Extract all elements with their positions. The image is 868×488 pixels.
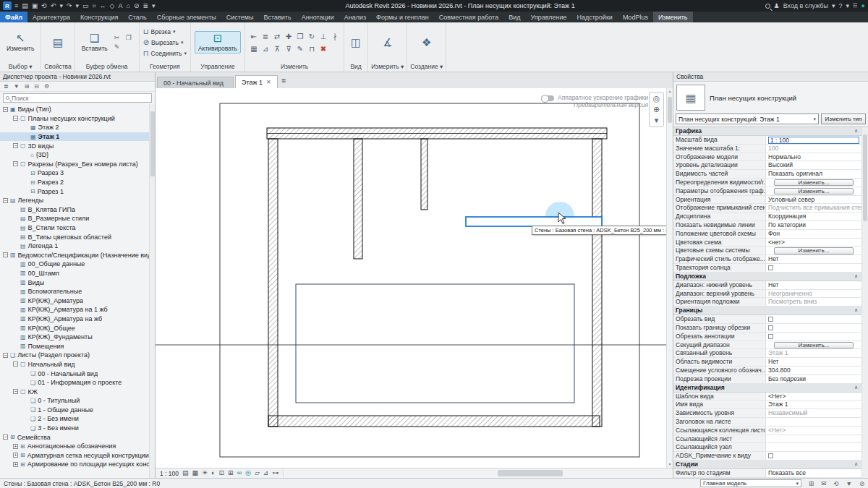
- property-checkbox[interactable]: [768, 325, 773, 330]
- tree-item[interactable]: ❏ 01 - Информация о проекте: [0, 378, 155, 388]
- dropdown-caret-icon[interactable]: ▾: [181, 40, 184, 46]
- tree-item[interactable]: ❏ 2 - Без имени: [0, 414, 155, 424]
- ribbon-tab[interactable]: Совместная работа: [434, 12, 503, 22]
- tree-item[interactable]: ⊟ Разрез 3: [0, 168, 155, 178]
- browser-settings-icon[interactable]: ⚙: [44, 83, 49, 90]
- tree-item[interactable]: ⊟ Разрез 1: [0, 187, 155, 196]
- ribbon-tab[interactable]: Формы и генплан: [371, 12, 434, 22]
- pin-icon[interactable]: ⊼: [274, 45, 279, 53]
- property-value[interactable]: Высокий Высокий Высокий: [766, 161, 861, 169]
- type-selector[interactable]: План несущих конструкций: Этаж 1 ▾: [676, 114, 819, 124]
- activate-controls-button[interactable]: ⊡ Активировать: [195, 31, 241, 53]
- tree-item[interactable]: − ▢ Планы несущих конструкций: [0, 114, 155, 124]
- ribbon-tab[interactable]: Системы: [221, 12, 259, 22]
- user-icon[interactable]: ♟: [774, 2, 780, 9]
- tree-expander-icon[interactable]: −: [3, 252, 8, 257]
- ribbon-tab[interactable]: Анализ: [339, 12, 371, 22]
- browser-expand-all-icon[interactable]: ⊞: [25, 83, 30, 90]
- browser-filter-icon[interactable]: ▼: [14, 83, 20, 90]
- tree-item[interactable]: ▥ Помещения: [0, 341, 155, 351]
- tree-item[interactable]: ❏ 00 - Начальный вид: [0, 369, 155, 378]
- tree-item[interactable]: ▤ В_Стили текста: [0, 223, 155, 233]
- property-value[interactable]: <нет> <нет> <нет>: [766, 239, 861, 247]
- property-value[interactable]: Изменить... Изменить... Изменить...: [766, 341, 861, 349]
- tree-item[interactable]: ❏ 3 - Без имени: [0, 424, 155, 433]
- property-value[interactable]: Посмотреть вниз Посмотреть вниз Посмотре…: [766, 298, 861, 306]
- tree-item[interactable]: + ⊞ Аннотационные обозначения: [0, 442, 155, 451]
- property-value[interactable]: По категории По категории По категории: [766, 221, 861, 229]
- mirror-icon[interactable]: ⇄: [274, 33, 280, 40]
- tag-icon[interactable]: ◇: [110, 2, 115, 9]
- tree-expander-icon[interactable]: +: [13, 444, 18, 449]
- undo-caret-icon[interactable]: ▾: [59, 2, 63, 9]
- search-input[interactable]: [12, 95, 149, 102]
- tree-item[interactable]: − ▢ 3D виды: [0, 141, 155, 150]
- trim-extend-icon[interactable]: ⊥: [320, 33, 327, 40]
- property-value[interactable]: Показать все Показать все Показать все: [766, 469, 861, 477]
- tree-item[interactable]: − ❏ Листы (Раздел проекта): [0, 351, 155, 360]
- property-value[interactable]: [766, 443, 861, 451]
- property-value[interactable]: Нет Нет Нет: [766, 358, 861, 366]
- help-icon[interactable]: ?: [838, 2, 842, 9]
- property-edit-button[interactable]: Изменить...: [774, 342, 854, 349]
- ribbon-tab[interactable]: Архитектура: [27, 12, 75, 22]
- property-value[interactable]: Условный север Условный север Условный с…: [766, 196, 861, 204]
- print-icon[interactable]: ▭: [82, 2, 89, 9]
- temporary-hide-isolate-icon[interactable]: ∞: [237, 468, 242, 478]
- measure-icon[interactable]: ⌗: [93, 2, 96, 10]
- tree-item[interactable]: ▥ КР(КЖ)_Арматура на жб: [0, 314, 155, 324]
- tree-item[interactable]: ▦ Этаж 2: [0, 123, 155, 132]
- redo-icon[interactable]: ↷: [67, 2, 72, 9]
- property-checkbox[interactable]: [768, 453, 773, 458]
- unpin-icon[interactable]: ⊽: [286, 45, 291, 53]
- ribbon-tab[interactable]: Конструкция: [75, 12, 123, 22]
- measure-button[interactable]: ∡: [380, 36, 395, 49]
- property-value[interactable]: 304.800 304.800 304.800: [766, 367, 861, 374]
- help-caret-icon[interactable]: ▾: [846, 2, 849, 9]
- signin-caret-icon[interactable]: ▾: [832, 2, 835, 9]
- dropdown-caret-icon[interactable]: ▾: [173, 29, 176, 35]
- paste-button[interactable]: ❑ Вставить: [79, 32, 111, 53]
- open-file-icon[interactable]: ▤: [22, 2, 28, 9]
- undo-icon[interactable]: ↶: [51, 2, 56, 9]
- tree-item[interactable]: ▥ Виды: [0, 278, 155, 287]
- tree-item[interactable]: ▥ 00_Штамп: [0, 269, 155, 278]
- 3d-view-icon[interactable]: ⌂: [127, 2, 130, 9]
- tree-item[interactable]: ⊟ Разрез 2: [0, 178, 155, 187]
- property-input[interactable]: 1 : 100: [768, 137, 859, 144]
- rotate-icon[interactable]: ↻: [309, 33, 315, 40]
- zoom-tool-icon[interactable]: ⊕: [653, 106, 660, 114]
- join-icon[interactable]: ⊓: [309, 45, 315, 53]
- ribbon-tab[interactable]: Управление: [525, 12, 571, 22]
- tree-expander-icon[interactable]: −: [3, 107, 8, 112]
- property-value[interactable]: [766, 333, 861, 341]
- property-value[interactable]: Нет Нет Нет: [766, 255, 861, 263]
- tree-expander-icon[interactable]: −: [13, 161, 18, 166]
- property-value[interactable]: Неограниченно Неограниченно Неограниченн…: [766, 290, 861, 298]
- tree-item[interactable]: ▤ В_Размерные стили: [0, 214, 155, 223]
- match-properties-icon[interactable]: ✎: [114, 43, 124, 51]
- tree-item[interactable]: ▤ В_Клятва ГИПа: [0, 205, 155, 215]
- hide-analytical-model-icon[interactable]: ⊿: [263, 468, 269, 478]
- tree-expander-icon[interactable]: −: [13, 361, 18, 367]
- tree-expander-icon[interactable]: +: [13, 453, 18, 458]
- dropdown-caret-icon[interactable]: ▾: [184, 51, 187, 56]
- tree-expander-icon[interactable]: −: [3, 198, 8, 203]
- property-value[interactable]: 1 : 100 1 : 100 1 : 100: [766, 136, 861, 144]
- background-processes-icon[interactable]: ⟲: [833, 480, 838, 487]
- drawing-area[interactable]: Аппаратное ускорение графики Предварител…: [156, 88, 673, 468]
- property-value[interactable]: Фон Фон Фон: [766, 230, 861, 238]
- tree-item[interactable]: ▥ КР(КЖ)_Арматура на 1 жб: [0, 305, 155, 314]
- property-edit-button[interactable]: Изменить...: [774, 188, 854, 195]
- app-menu-icon[interactable]: ≡: [14, 2, 18, 9]
- panel-create-label[interactable]: Создание ▾: [407, 62, 446, 72]
- tree-item[interactable]: − ▥ Ведомости/Спецификации (Назначение в…: [0, 251, 155, 260]
- property-edit-button[interactable]: Изменить...: [774, 179, 854, 187]
- reveal-constraints-icon[interactable]: ⊶: [272, 468, 278, 478]
- tree-item[interactable]: ▥ Вспомогательные: [0, 287, 155, 296]
- thin-lines-icon[interactable]: ≣: [143, 2, 149, 9]
- ribbon-tab[interactable]: Аннотации: [297, 12, 339, 22]
- tree-item[interactable]: + ⊞ Арматурная сетка несущей конструкции: [0, 451, 155, 461]
- property-value[interactable]: [766, 418, 861, 426]
- ribbon-tab[interactable]: ModPlus: [618, 12, 653, 22]
